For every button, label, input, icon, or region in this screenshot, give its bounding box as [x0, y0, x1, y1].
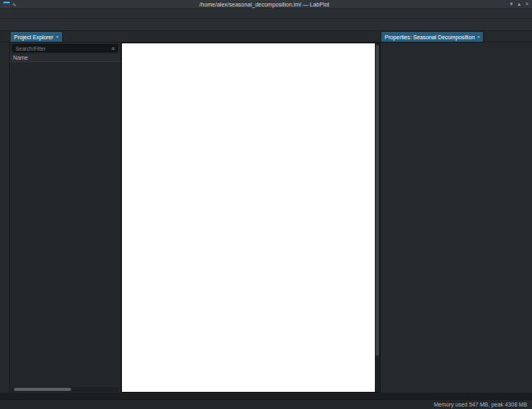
project-tree [10, 62, 120, 386]
vertical-scrollbar[interactable] [375, 43, 380, 392]
properties-buttons [384, 386, 529, 389]
window-controls: ▾▴× [510, 1, 529, 7]
horizontal-scrollbar[interactable] [11, 387, 119, 392]
project-explorer-tabbar: Project Explorer × [10, 31, 121, 42]
status-bar: Memory used 547 MB, peak 4308 MB [0, 399, 532, 409]
tab-properties-label: Properties: Seasonal Decomposition [385, 34, 475, 40]
properties-tabbar: Properties: Seasonal Decomposition × [381, 31, 532, 42]
search-input[interactable] [16, 46, 111, 52]
worksheet-toolbar [0, 43, 10, 393]
close-button[interactable]: × [525, 1, 529, 7]
main-area: ≡ Name [0, 43, 532, 393]
close-icon[interactable]: × [477, 34, 480, 39]
title-bar: ✎ /home/alex/seasonal_decomposition.lml … [0, 0, 532, 9]
window-title: /home/alex/seasonal_decomposition.lml — … [19, 2, 510, 7]
scrollbar-knob[interactable] [14, 388, 71, 391]
bottom-gap [0, 393, 532, 399]
scrollbar-knob[interactable] [376, 45, 379, 356]
dock-tab-row: Project Explorer × Properties: Seasonal … [0, 31, 532, 43]
memory-status: Memory used 547 MB, peak 4308 MB [434, 402, 527, 407]
document-tabbar [121, 31, 381, 42]
session-icon: ✎ [12, 2, 16, 7]
filter-icon[interactable]: ≡ [111, 46, 115, 52]
search-box[interactable]: ≡ [12, 44, 118, 52]
tree-column-header[interactable]: Name [10, 54, 120, 62]
minimize-button[interactable]: ▾ [510, 1, 513, 7]
tab-properties[interactable]: Properties: Seasonal Decomposition × [381, 31, 484, 42]
maximize-button[interactable]: ▴ [517, 1, 521, 7]
labplot-app-icon [3, 2, 10, 7]
main-toolbar [0, 19, 532, 31]
properties-panel [381, 43, 532, 393]
project-explorer-panel: ≡ Name [10, 43, 121, 393]
worksheet-page [122, 43, 375, 392]
close-icon[interactable]: × [56, 34, 59, 39]
tab-project-explorer[interactable]: Project Explorer × [10, 31, 63, 42]
worksheet-view [121, 43, 381, 393]
search-row: ≡ [10, 43, 120, 54]
tab-project-explorer-label: Project Explorer [14, 34, 53, 40]
left-toolbar-spacer [0, 31, 10, 42]
menu-bar [0, 9, 532, 19]
